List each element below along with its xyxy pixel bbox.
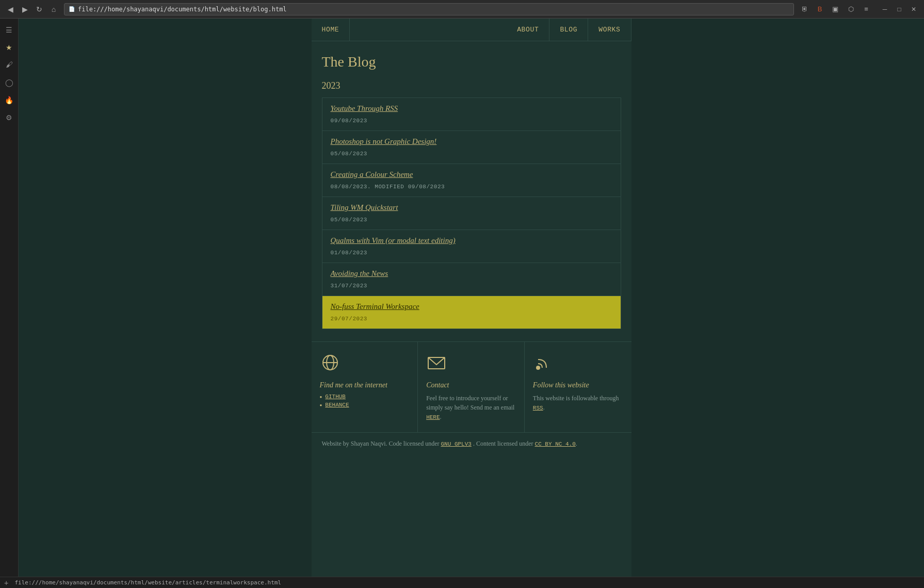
footer-col-internet: Find me on the internet GITHUB BEHANCE: [312, 342, 418, 432]
post-date-0: 09/08/2023: [331, 118, 368, 124]
page-title: The Blog: [322, 54, 621, 70]
minimize-button[interactable]: ─: [879, 5, 891, 14]
sidebar-star-icon[interactable]: ★: [2, 40, 17, 55]
post-date-4: 01/08/2023: [331, 250, 368, 256]
sidebar-flame-icon[interactable]: 🔥: [2, 93, 17, 107]
browser-right-icons: ⛨ B ▣ ⬡ ≡: [798, 3, 872, 15]
window-controls: ─ □ ✕: [879, 5, 920, 14]
address-text: file:///home/shayanaqvi/documents/html/w…: [78, 6, 287, 13]
post-item-0[interactable]: Youtube Through RSS 09/08/2023: [322, 98, 621, 131]
home-button[interactable]: ⌂: [47, 3, 60, 15]
site-nav: HOME ABOUT BLOG WORKS: [312, 19, 631, 41]
globe-icon: [320, 352, 341, 373]
rss-link[interactable]: RSS: [533, 405, 543, 411]
nav-home[interactable]: HOME: [312, 19, 350, 41]
sidebar-toggle-icon[interactable]: ☰: [2, 23, 17, 37]
close-button[interactable]: ✕: [907, 5, 920, 14]
rss-text: This website is followable through RSS.: [533, 394, 623, 413]
extensions-button[interactable]: ⛨: [798, 3, 810, 15]
lock-icon: 📄: [69, 6, 75, 12]
sidebar-brush-icon[interactable]: 🖌: [2, 58, 17, 72]
footer-bottom: Website by Shayan Naqvi. Code licensed u…: [312, 433, 631, 455]
browser-status-bar: + file:///home/shayanaqvi/documents/html…: [0, 577, 924, 588]
address-bar[interactable]: 📄 file:///home/shayanaqvi/documents/html…: [64, 3, 794, 15]
behance-link-item[interactable]: BEHANCE: [320, 402, 410, 408]
sidebar-shield-icon[interactable]: ◯: [2, 75, 17, 90]
post-date-3: 05/08/2023: [331, 217, 368, 223]
maximize-button[interactable]: □: [893, 5, 905, 14]
nav-spacer: [350, 19, 507, 41]
post-link-0[interactable]: Youtube Through RSS: [331, 104, 612, 113]
nav-about[interactable]: ABOUT: [507, 19, 549, 41]
post-link-3[interactable]: Tiling WM Quickstart: [331, 203, 612, 212]
menu-button[interactable]: ≡: [860, 3, 872, 15]
website-wrapper: HOME ABOUT BLOG WORKS The Blog 2023 Yout…: [312, 19, 631, 588]
behance-link[interactable]: BEHANCE: [325, 402, 349, 408]
posts-list: Youtube Through RSS 09/08/2023 Photoshop…: [322, 97, 621, 329]
left-sidebar: ☰ ★ 🖌 ◯ 🔥 ⚙: [0, 19, 19, 588]
internet-links: GITHUB BEHANCE: [320, 394, 410, 408]
email-icon: [426, 352, 447, 373]
gnu-license-link[interactable]: GNU GPLV3: [441, 441, 471, 447]
contact-here-link[interactable]: HERE: [426, 414, 440, 420]
back-button[interactable]: ◀: [4, 3, 17, 15]
screenshot-button[interactable]: ▣: [829, 3, 841, 15]
nav-works[interactable]: WORKS: [588, 19, 631, 41]
post-link-6[interactable]: No-fuss Terminal Workspace: [331, 302, 612, 311]
post-date-2: 08/08/2023. MODIFIED 09/08/2023: [331, 184, 445, 190]
status-url: file:///home/shayanaqvi/documents/html/w…: [14, 579, 281, 586]
nav-blog[interactable]: BLOG: [549, 19, 588, 41]
post-link-1[interactable]: Photoshop is not Graphic Design!: [331, 137, 612, 146]
svg-point-4: [537, 366, 540, 369]
post-link-4[interactable]: Qualms with Vim (or modal text editing): [331, 236, 612, 245]
sidebar-settings-icon[interactable]: ⚙: [2, 110, 17, 125]
browser-chrome: ◀ ▶ ↻ ⌂ 📄 file:///home/shayanaqvi/docume…: [0, 0, 924, 19]
footer-col-rss: Follow this website This website is foll…: [525, 342, 631, 432]
post-date-5: 31/07/2023: [331, 283, 368, 289]
post-date-6: 29/07/2023: [331, 316, 368, 322]
github-link[interactable]: GITHUB: [325, 394, 346, 400]
post-link-5[interactable]: Avoiding the News: [331, 269, 612, 278]
year-heading: 2023: [322, 80, 621, 91]
internet-heading: Find me on the internet: [320, 381, 410, 389]
contact-text: Feel free to introduce yourself or simpl…: [426, 394, 516, 422]
brave-icon[interactable]: B: [814, 3, 826, 15]
post-item-1[interactable]: Photoshop is not Graphic Design! 05/08/2…: [322, 131, 621, 164]
rss-icon: [533, 352, 554, 373]
post-link-2[interactable]: Creating a Colour Scheme: [331, 170, 612, 179]
status-add-button[interactable]: +: [4, 579, 8, 587]
cc-license-link[interactable]: CC BY NC 4.0: [535, 441, 576, 447]
reload-button[interactable]: ↻: [33, 3, 45, 15]
github-link-item[interactable]: GITHUB: [320, 394, 410, 400]
post-item-5[interactable]: Avoiding the News 31/07/2023: [322, 263, 621, 296]
post-item-3[interactable]: Tiling WM Quickstart 05/08/2023: [322, 197, 621, 230]
rss-heading: Follow this website: [533, 381, 623, 389]
post-item-4[interactable]: Qualms with Vim (or modal text editing) …: [322, 230, 621, 263]
footer-columns: Find me on the internet GITHUB BEHANCE: [312, 342, 631, 433]
main-content: HOME ABOUT BLOG WORKS The Blog 2023 Yout…: [19, 19, 924, 588]
browser-nav-buttons: ◀ ▶ ↻ ⌂: [4, 3, 60, 15]
contact-heading: Contact: [426, 381, 516, 389]
page-body: The Blog 2023 Youtube Through RSS 09/08/…: [312, 41, 631, 341]
post-item-6[interactable]: No-fuss Terminal Workspace 29/07/2023: [322, 296, 621, 329]
site-footer: Find me on the internet GITHUB BEHANCE: [312, 341, 631, 455]
post-item-2[interactable]: Creating a Colour Scheme 08/08/2023. MOD…: [322, 164, 621, 197]
forward-button[interactable]: ▶: [19, 3, 31, 15]
wallet-button[interactable]: ⬡: [845, 3, 857, 15]
footer-col-contact: Contact Feel free to introduce yourself …: [418, 342, 525, 432]
browser-layout: ☰ ★ 🖌 ◯ 🔥 ⚙ HOME ABOUT BLOG WORKS The Bl…: [0, 19, 924, 588]
post-date-1: 05/08/2023: [331, 151, 368, 157]
